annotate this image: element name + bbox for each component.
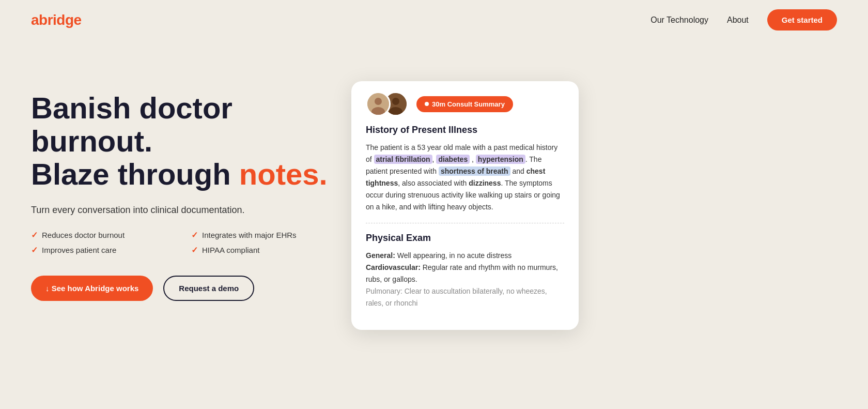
term-shortness-of-breath: shortness of breath — [439, 166, 510, 176]
consult-badge: 30m Consult Summary — [416, 96, 513, 112]
request-demo-button[interactable]: Request a demo — [163, 276, 254, 301]
avatar-group — [366, 92, 408, 116]
check-icon-2: ✓ — [191, 230, 198, 240]
nav-links: Our Technology About Get started — [650, 9, 837, 31]
our-technology-link[interactable]: Our Technology — [650, 16, 708, 25]
hero-right: 30m Consult Summary History of Present I… — [351, 71, 579, 330]
check-icon-3: ✓ — [31, 245, 38, 255]
hero-left: Banish doctor burnout. Blaze through not… — [31, 71, 331, 301]
card-header: 30m Consult Summary — [351, 81, 579, 125]
term-atrial-fib: atrial fibrillation — [374, 155, 432, 164]
avatar-doctor — [366, 92, 391, 116]
term-hypertension: hypertension — [476, 155, 525, 164]
see-how-button[interactable]: ↓ See how Abridge works — [31, 276, 153, 301]
hero-section: Banish doctor burnout. Blaze through not… — [0, 40, 868, 351]
section-pe-title: Physical Exam — [366, 233, 564, 244]
section-hpi-text: The patient is a 53 year old male with a… — [366, 142, 564, 214]
badge-dot — [425, 102, 429, 106]
hero-subtitle: Turn every conversation into clinical do… — [31, 205, 331, 216]
feature-item-1: ✓ Reduces doctor burnout — [31, 230, 171, 240]
term-diabetes: diabetes — [436, 155, 470, 164]
features-list: ✓ Reduces doctor burnout ✓ Integrates wi… — [31, 230, 331, 255]
feature-item-2: ✓ Integrates with major EHRs — [191, 230, 331, 240]
check-icon-4: ✓ — [191, 245, 198, 255]
check-icon-1: ✓ — [31, 230, 38, 240]
svg-point-1 — [375, 98, 382, 105]
navbar: abridge Our Technology About Get started — [0, 0, 868, 40]
hero-buttons: ↓ See how Abridge works Request a demo — [31, 276, 331, 301]
card-body: History of Present Illness The patient i… — [351, 125, 579, 330]
svg-point-4 — [392, 98, 399, 105]
get-started-button[interactable]: Get started — [767, 9, 837, 31]
section-divider — [366, 223, 564, 223]
logo: abridge — [31, 12, 82, 28]
feature-item-4: ✓ HIPAA compliant — [191, 245, 331, 255]
section-hpi-title: History of Present Illness — [366, 125, 564, 135]
hero-heading: Banish doctor burnout. Blaze through not… — [31, 92, 331, 190]
consult-card: 30m Consult Summary History of Present I… — [351, 81, 579, 330]
feature-item-3: ✓ Improves patient care — [31, 245, 171, 255]
badge-label: 30m Consult Summary — [432, 100, 505, 108]
about-link[interactable]: About — [727, 16, 749, 25]
section-pe-text: General: Well appearing, in no acute dis… — [366, 250, 564, 309]
